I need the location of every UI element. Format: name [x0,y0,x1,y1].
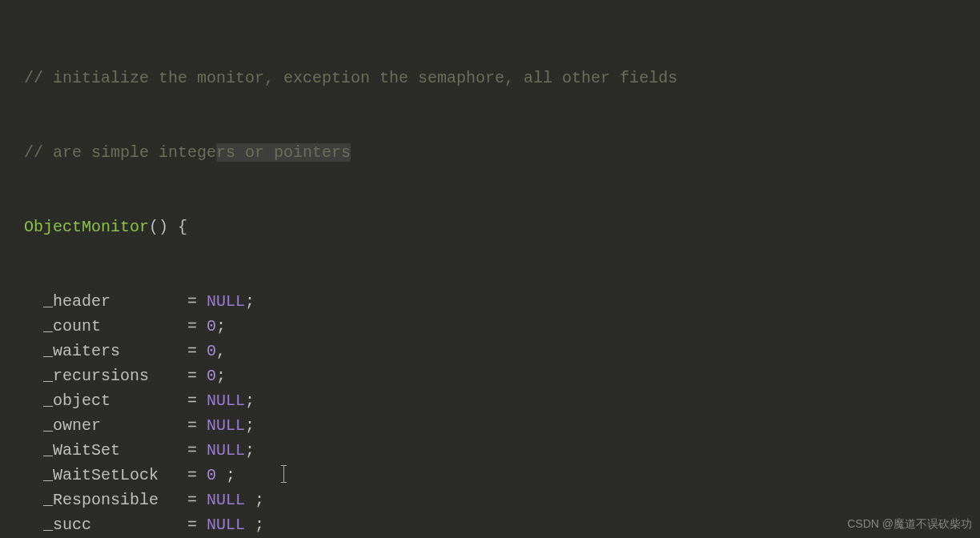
equals: = [187,391,207,410]
terminator: , [216,342,226,360]
field-name: _WaitSetLock [43,466,187,484]
terminator: ; [245,292,255,311]
terminator: ; [245,441,255,460]
code-line: _header = NULL; [24,289,980,314]
equals: = [187,342,207,360]
code-line: _succ = NULL ; [24,512,980,537]
text-cursor-icon [283,465,284,483]
field-name: _header [43,292,187,311]
terminator: ; [216,317,226,335]
equals: = [187,317,207,335]
field-name: _object [43,391,187,410]
equals: = [187,367,207,385]
value: NULL [207,391,245,410]
comment-line-2: // are simple integers or pointers [24,140,980,165]
code-line: _Responsible = NULL ; [24,488,980,512]
code-body: _header = NULL;_count = 0;_waiters = 0,_… [24,289,980,538]
value: NULL [207,516,245,534]
equals: = [187,491,207,509]
terminator: ; [245,491,264,509]
value: NULL [207,292,245,311]
value: NULL [207,441,245,460]
equals: = [187,292,207,311]
code-line: _recursions = 0; [24,363,980,388]
terminator: ; [245,391,255,410]
field-name: _WaitSet [43,441,187,460]
value: 0 [207,342,216,360]
code-line: _owner = NULL; [24,413,980,438]
equals: = [187,466,207,484]
code-line: _waiters = 0, [24,339,980,363]
field-name: _count [43,317,187,335]
field-name: _recursions [43,367,187,385]
func-signature: ObjectMonitor() { [24,215,980,239]
field-name: _succ [43,516,187,534]
terminator: ; [245,516,264,534]
value: NULL [207,416,245,435]
terminator: ; [245,416,255,435]
value: NULL [207,491,245,509]
terminator: ; [216,466,235,484]
code-line: _object = NULL; [24,388,980,413]
comment-line-1: // initialize the monitor, exception the… [24,66,980,90]
code-line: _count = 0; [24,314,980,339]
value: 0 [207,367,216,385]
code-line: _WaitSet = NULL; [24,438,980,463]
code-line: _WaitSetLock = 0 ; [24,463,980,488]
watermark: CSDN @魔道不误砍柴功 [847,516,972,533]
code-block: // initialize the monitor, exception the… [24,16,980,538]
field-name: _waiters [43,342,187,360]
value: 0 [207,466,216,484]
terminator: ; [216,367,226,385]
equals: = [187,416,207,435]
field-name: _owner [43,416,187,435]
equals: = [187,516,207,534]
highlighted-text: rs or pointers [216,143,351,162]
equals: = [187,441,207,460]
value: 0 [207,317,216,335]
field-name: _Responsible [43,491,187,509]
